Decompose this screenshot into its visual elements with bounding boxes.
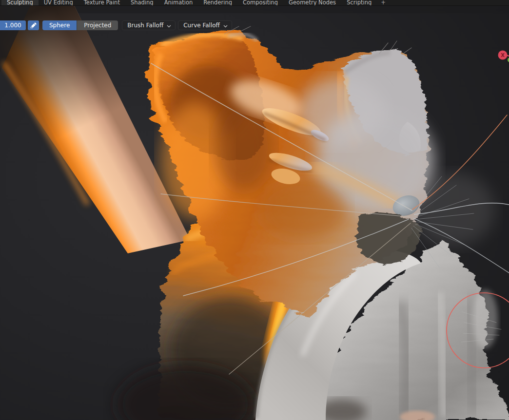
viewport-3d[interactable]: X [0,0,509,420]
workspace-tab-bar: Sculpting UV Editing Texture Paint Shadi… [0,0,509,6]
tab-texture-paint[interactable]: Texture Paint [78,0,125,6]
tab-animation[interactable]: Animation [159,0,198,6]
tab-shading[interactable]: Shading [125,0,159,6]
stylus-pressure-icon [30,22,37,29]
tool-settings-header: 1.000 Sphere Projected Brush Falloff Cur… [0,20,232,30]
blender-window: X Sculpting UV Editing Texture Paint Sha… [0,0,509,420]
tab-scripting[interactable]: Scripting [341,0,377,6]
tab-sculpting[interactable]: Sculpting [1,0,39,6]
falloff-projected-button[interactable]: Projected [77,20,118,30]
tab-compositing[interactable]: Compositing [237,0,283,6]
pen-pressure-toggle[interactable] [28,20,39,30]
curve-falloff-dropdown[interactable]: Curve Falloff [178,20,232,30]
chevron-down-icon [167,22,171,29]
gizmo-x-label: X [501,53,505,58]
chevron-down-icon [223,22,228,29]
falloff-shape-segmented: Sphere Projected [42,20,118,30]
strength-value-slider[interactable]: 1.000 [0,20,26,30]
falloff-sphere-button[interactable]: Sphere [42,20,77,30]
tab-geometry-nodes[interactable]: Geometry Nodes [283,0,341,6]
tab-rendering[interactable]: Rendering [198,0,237,6]
add-workspace-button[interactable]: + [377,0,390,6]
brush-falloff-dropdown[interactable]: Brush Falloff [122,20,176,30]
brush-falloff-label: Brush Falloff [127,22,163,29]
tab-uv-editing[interactable]: UV Editing [39,0,78,6]
curve-falloff-label: Curve Falloff [183,22,220,29]
